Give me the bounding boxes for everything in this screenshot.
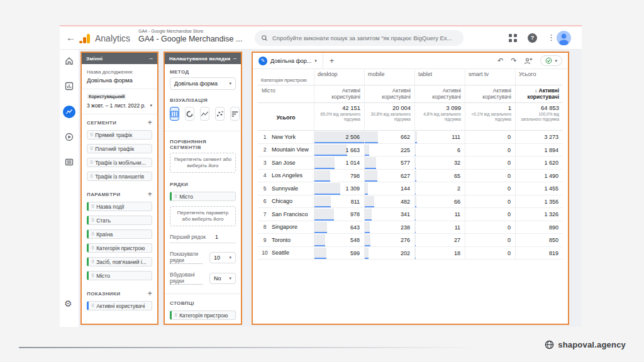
value-cell[interactable]: 2 [415, 182, 465, 195]
city-cell[interactable]: 7San Francisco [258, 208, 314, 221]
dimension-chip[interactable]: ⠿Категорія пристрою [87, 243, 152, 253]
metric-header[interactable]: Активні користувачі [415, 85, 465, 103]
totals-cell[interactable]: 42 15165,0% від загального підсумка [314, 103, 365, 131]
dimension-chip[interactable]: ⠿Місто [87, 271, 152, 280]
avatar[interactable] [557, 31, 571, 45]
metric-header[interactable]: Активні користувачі [365, 85, 415, 103]
value-cell[interactable]: 32 [415, 156, 465, 170]
segment-chip[interactable]: ⠿Платний трафік [87, 144, 152, 153]
value-cell[interactable]: 850 [516, 234, 563, 247]
value-cell[interactable]: 599 [314, 247, 365, 260]
value-cell[interactable]: 1 356 [516, 195, 563, 209]
value-cell[interactable]: 65 [415, 170, 465, 183]
value-cell[interactable]: 276 [365, 234, 415, 247]
value-cell[interactable]: 144 [365, 182, 415, 195]
sorted-metric-header[interactable]: ↓ Активні користувачі [516, 85, 563, 103]
value-cell[interactable]: 811 [314, 195, 365, 209]
property-switcher[interactable]: GA4 - Google Merchandise Store GA4 - Goo… [138, 29, 242, 43]
value-cell[interactable]: 798 [314, 170, 365, 183]
value-cell[interactable]: 1 326 [516, 208, 563, 221]
viz-donut-icon[interactable] [185, 107, 194, 121]
metric-header[interactable]: Активні користувачі [314, 85, 365, 103]
nav-explore-icon[interactable] [63, 106, 75, 118]
google-analytics-logo-icon[interactable] [79, 33, 92, 43]
minimize-icon[interactable]: – [233, 55, 236, 62]
totals-row-label[interactable]: Усього [258, 103, 314, 131]
nav-reports-icon[interactable] [64, 81, 74, 91]
value-cell[interactable]: 238 [365, 221, 415, 234]
metric-header[interactable]: Активні користувачі [465, 85, 516, 103]
dimension-chip[interactable]: ⠿Стать [87, 216, 152, 225]
value-cell[interactable]: 0 [465, 144, 516, 157]
value-cell[interactable]: 225 [365, 144, 415, 157]
value-cell[interactable]: 202 [365, 247, 415, 260]
value-cell[interactable]: 18 [415, 247, 465, 260]
column-header[interactable]: smart tv [465, 69, 516, 85]
viz-scatter-icon[interactable] [215, 107, 225, 121]
value-cell[interactable]: 577 [365, 156, 415, 170]
value-cell[interactable]: 111 [415, 131, 465, 144]
city-cell[interactable]: 4Los Angeles [258, 170, 314, 183]
value-cell[interactable]: 0 [465, 195, 516, 209]
viz-line-icon[interactable] [200, 107, 209, 121]
undo-icon[interactable]: ↶ [497, 57, 503, 64]
column-header[interactable]: tablet [415, 69, 465, 85]
dimension-chip[interactable]: ⠿Країна [87, 229, 152, 239]
add-tab-button[interactable]: + [323, 56, 341, 65]
value-cell[interactable]: 0 [465, 234, 516, 247]
back-arrow-icon[interactable]: ← [66, 32, 75, 43]
city-cell[interactable]: 10Seattle [258, 247, 314, 260]
value-cell[interactable]: 6 [415, 144, 465, 157]
column-header[interactable]: desktop [314, 69, 365, 85]
value-cell[interactable]: 1 014 [314, 156, 365, 170]
value-cell[interactable]: 0 [465, 131, 516, 144]
redo-icon[interactable]: ↷ [511, 57, 516, 64]
columns-dimension-chip[interactable]: ⠿Категорія пристрою [170, 310, 236, 320]
city-cell[interactable]: 3San Jose [258, 156, 314, 170]
value-cell[interactable]: 890 [516, 221, 563, 234]
first-row-field[interactable]: Перший рядок 1 [170, 234, 236, 243]
add-collaborator-icon[interactable] [524, 57, 533, 65]
viz-bar-icon[interactable] [230, 107, 240, 121]
value-cell[interactable]: 1 663 [314, 144, 365, 157]
city-cell[interactable]: 9Toronto [258, 234, 314, 247]
date-range-picker[interactable]: 3 жовт. – 1 лист. 2022 р. ▾ [87, 102, 152, 109]
viz-table-icon[interactable] [170, 107, 179, 121]
help-icon[interactable]: ? [528, 33, 537, 43]
value-cell[interactable]: 11 [415, 208, 465, 221]
nav-home-icon[interactable] [64, 56, 74, 66]
dimension-chip[interactable]: ⠿Засіб, пов'язаний і... [87, 257, 152, 266]
value-cell[interactable]: 341 [365, 208, 415, 221]
global-search[interactable] [255, 30, 464, 46]
value-cell[interactable]: 27 [415, 234, 465, 247]
value-cell[interactable]: 0 [465, 247, 516, 260]
method-select[interactable]: Довільна форма▾ [170, 77, 236, 90]
totals-cell[interactable]: 64 853100,0% від загального підсумка [516, 103, 563, 131]
add-dimension-button[interactable]: + [147, 191, 152, 197]
admin-gear-icon[interactable]: ⚙ [64, 299, 72, 309]
value-cell[interactable]: 1 490 [516, 170, 563, 183]
nav-advertising-icon[interactable] [64, 132, 74, 142]
value-cell[interactable]: 1 894 [516, 144, 563, 157]
totals-cell[interactable]: 1<0,1% від загального підсумка [465, 103, 516, 131]
dimension-drop-zone[interactable]: Перетягніть параметр або виберіть його [170, 206, 236, 226]
segment-chip[interactable]: ⠿Трафік із мобільни... [87, 158, 152, 167]
value-cell[interactable]: 1 620 [516, 156, 563, 170]
segment-chip[interactable]: ⠿Прямий трафік [87, 130, 152, 140]
city-cell[interactable]: 5Sunnyvale [258, 182, 314, 195]
column-header[interactable]: mobile [365, 69, 415, 85]
nested-rows-select[interactable]: No▾ [209, 273, 236, 284]
value-cell[interactable]: 66 [415, 195, 465, 209]
search-input[interactable] [272, 35, 457, 41]
apps-grid-icon[interactable] [509, 34, 517, 42]
value-cell[interactable]: 627 [365, 170, 415, 183]
exploration-tab[interactable]: ✎ Довільна фор... ▾ [253, 53, 323, 69]
nav-library-icon[interactable] [64, 157, 74, 167]
value-cell[interactable]: 0 [465, 221, 516, 234]
value-cell[interactable]: 819 [516, 247, 563, 260]
totals-cell[interactable]: 20 00430,8% від загального підсумка [365, 103, 415, 131]
segment-drop-zone[interactable]: Перетягніть сегмент або виберіть його [170, 153, 236, 173]
rows-dimension-chip[interactable]: ⠿Місто [170, 192, 236, 201]
dimension-chip[interactable]: ⠿Назва події [87, 202, 152, 211]
add-metric-button[interactable]: + [147, 290, 152, 297]
